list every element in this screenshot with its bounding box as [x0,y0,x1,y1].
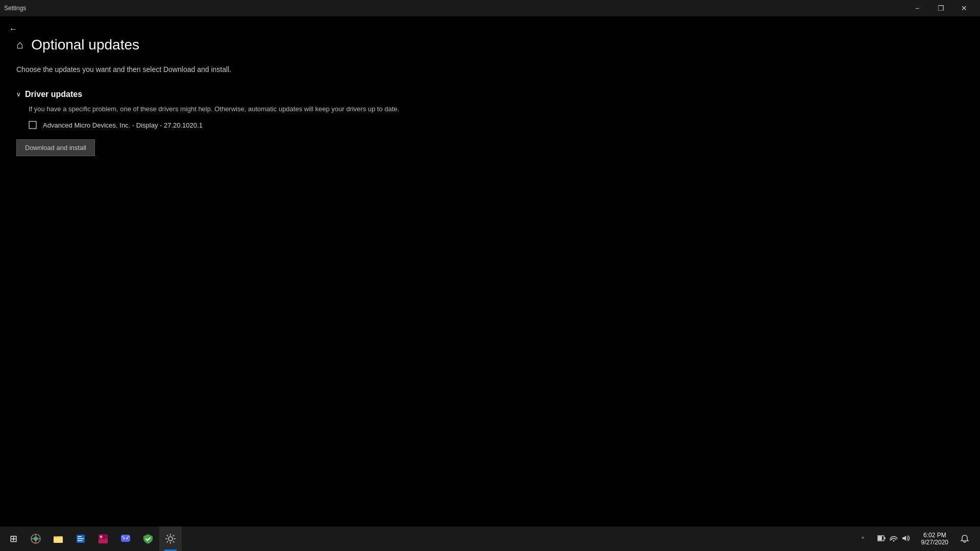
back-button[interactable]: ← [5,22,21,36]
start-button[interactable]: ⊞ [2,527,24,551]
svg-point-11 [124,538,125,539]
svg-point-12 [127,538,128,539]
volume-icon [902,535,910,543]
title-bar-controls: − ❐ ✕ [905,0,976,16]
taskbar-app-photos[interactable] [92,527,114,551]
taskbar-app-chrome[interactable] [24,527,47,551]
svg-point-9 [100,536,103,538]
download-and-install-button[interactable]: Download and install [16,139,95,156]
taskbar-apps [24,527,855,551]
svg-point-16 [893,540,894,541]
driver-updates-description: If you have a specific problem, one of t… [29,105,964,113]
title-bar-left: Settings [4,5,26,12]
battery-icon [877,535,886,543]
settings-window-title: Settings [4,5,26,12]
clock-area[interactable]: 6:02 PM 9/27/2020 [916,527,953,551]
amd-display-checkbox[interactable] [29,121,37,129]
system-tray: ^ [855,527,978,551]
taskbar: ⊞ [0,527,980,551]
taskbar-app-discord[interactable] [114,527,137,551]
svg-rect-7 [78,540,83,541]
svg-rect-5 [78,536,82,537]
close-button[interactable]: ✕ [952,0,976,16]
taskbar-app-cortana[interactable] [69,527,92,551]
chevron-down-icon: ∨ [16,91,21,98]
page-subtitle: Choose the updates you want and then sel… [16,65,964,73]
svg-rect-10 [121,535,130,542]
clock-date: 9/27/2020 [921,539,948,546]
svg-point-1 [34,537,38,541]
amd-display-label: Advanced Micro Devices, Inc. - Display -… [43,121,203,129]
taskbar-app-settings[interactable] [159,527,182,551]
restore-button[interactable]: ❐ [929,0,952,16]
taskbar-app-explorer[interactable] [47,527,69,551]
section-title-driver-updates: Driver updates [25,90,82,99]
notification-button[interactable] [955,527,974,551]
network-icon [890,535,898,543]
svg-rect-14 [884,537,885,539]
driver-updates-section: ∨ Driver updates If you have a specific … [16,90,964,156]
tray-icons-group[interactable] [873,527,914,551]
svg-rect-6 [78,538,84,539]
minimize-button[interactable]: − [905,0,929,16]
clock-time: 6:02 PM [923,532,946,539]
svg-rect-3 [54,537,63,543]
section-header-driver-updates[interactable]: ∨ Driver updates [16,90,964,99]
main-content: ⌂ Optional updates Choose the updates yo… [0,16,980,177]
home-icon[interactable]: ⌂ [16,38,23,52]
update-item: Advanced Micro Devices, Inc. - Display -… [29,121,964,129]
tray-overflow-button[interactable]: ^ [855,527,871,551]
taskbar-app-security[interactable] [137,527,159,551]
title-bar: Settings − ❐ ✕ [0,0,980,16]
page-header: ⌂ Optional updates [16,37,964,53]
page-title: Optional updates [31,37,139,53]
svg-rect-15 [878,536,882,540]
